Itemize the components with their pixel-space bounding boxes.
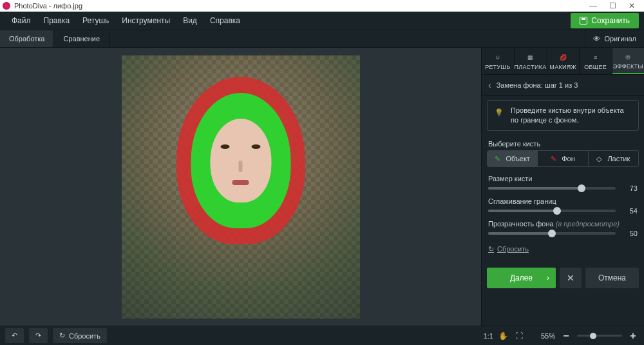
chevron-right-icon: ›: [547, 273, 549, 282]
opacity-value: 50: [622, 230, 638, 237]
brush-icon: ✎: [495, 155, 502, 163]
slider-brush-size: Размер кисти 73: [482, 172, 644, 195]
maximize-button[interactable]: ☐: [603, 1, 622, 10]
focus-icon: ◎: [623, 52, 633, 62]
right-panel: ☺РЕТУШЬ ▦ПЛАСТИКА 💋МАКИЯЖ ≡ОБЩЕЕ ◎ЭФФЕКТ…: [481, 48, 644, 326]
brush-object[interactable]: ✎Объект: [488, 151, 538, 166]
bottom-bar: ↶ ↷ ↻Сбросить 1:1 ✋ ⛶ 55% − +: [0, 326, 644, 345]
zoom-slider[interactable]: [577, 335, 622, 337]
lips-icon: 💋: [558, 52, 568, 63]
brush-icon: ✎: [551, 155, 558, 163]
tooltab-retouch[interactable]: ☺РЕТУШЬ: [482, 48, 515, 74]
menu-help[interactable]: Справка: [204, 16, 247, 25]
menubar: Файл Правка Ретушь Инструменты Вид Справ…: [0, 12, 644, 30]
smoothing-value: 54: [622, 207, 638, 215]
smoothing-slider[interactable]: [488, 210, 616, 212]
panel-reset-link[interactable]: ↻ Сбросить: [482, 240, 644, 259]
cancel-button[interactable]: Отмена: [585, 268, 639, 288]
tool-tabs: ☺РЕТУШЬ ▦ПЛАСТИКА 💋МАКИЯЖ ≡ОБЩЕЕ ◎ЭФФЕКТ…: [482, 48, 644, 75]
menu-edit[interactable]: Правка: [37, 16, 77, 25]
slider-smoothing: Сглаживание границ 54: [482, 195, 644, 217]
app-logo-icon: [3, 2, 10, 10]
slider-label: Сглаживание границ: [488, 197, 638, 205]
original-toggle[interactable]: 👁 Оригинал: [585, 30, 644, 47]
menu-view[interactable]: Вид: [176, 16, 204, 25]
save-button[interactable]: Сохранить: [571, 13, 639, 28]
redo-button[interactable]: ↷: [29, 328, 48, 343]
refresh-icon: ↻: [488, 245, 494, 253]
zoom-out-button[interactable]: −: [560, 330, 572, 342]
lightbulb-icon: 💡: [493, 106, 506, 119]
tab-processing[interactable]: Обработка: [0, 30, 54, 47]
zoom-in-button[interactable]: +: [627, 330, 639, 342]
undo-button[interactable]: ↶: [5, 328, 24, 343]
next-button[interactable]: Далее ›: [487, 268, 556, 288]
hand-tool-icon[interactable]: ✋: [498, 331, 509, 341]
menu-tools[interactable]: Инструменты: [115, 16, 176, 25]
redo-icon: ↷: [35, 331, 41, 340]
view-toolbar: Обработка Сравнение 👁 Оригинал: [0, 30, 644, 48]
slider-opacity: Прозрачность фона (в предпросмотре) 50: [482, 217, 644, 240]
brush-size-value: 73: [622, 184, 638, 192]
brush-background[interactable]: ✎Фон: [538, 151, 588, 166]
minimize-button[interactable]: —: [583, 1, 603, 10]
brush-size-slider[interactable]: [488, 187, 616, 190]
eraser-icon: ◇: [596, 155, 604, 163]
cancel-x-button[interactable]: ✕: [560, 268, 582, 288]
breadcrumb-text: Замена фона: шаг 1 из 3: [497, 81, 578, 89]
tooltab-plastic[interactable]: ▦ПЛАСТИКА: [515, 48, 547, 74]
eye-icon: 👁: [593, 35, 600, 43]
close-button[interactable]: ✕: [622, 1, 641, 10]
window-title: PhotoDiva - лифо.jpg: [14, 2, 583, 10]
tooltab-general[interactable]: ≡ОБЩЕЕ: [580, 48, 612, 74]
portrait-icon: ☺: [493, 52, 503, 63]
refresh-icon: ↻: [59, 331, 65, 340]
face-region: [210, 119, 271, 202]
zoom-value: 55%: [541, 332, 555, 340]
brush-selector: ✎Объект ✎Фон ◇Ластик: [487, 150, 639, 167]
action-row: Далее › ✕ Отмена: [487, 268, 639, 288]
undo-icon: ↶: [12, 331, 17, 340]
main-area: ☺РЕТУШЬ ▦ПЛАСТИКА 💋МАКИЯЖ ≡ОБЩЕЕ ◎ЭФФЕКТ…: [0, 48, 644, 326]
fit-screen-icon[interactable]: ⛶: [514, 331, 524, 341]
tab-compare[interactable]: Сравнение: [54, 30, 109, 47]
menu-retouch[interactable]: Ретушь: [76, 16, 115, 25]
save-icon: [580, 17, 587, 25]
original-label: Оригинал: [604, 35, 636, 43]
menu-file[interactable]: Файл: [5, 16, 37, 25]
grid-icon: ▦: [526, 52, 536, 63]
hint-box: 💡 Проведите кистью внутри объекта по гра…: [487, 100, 639, 131]
tooltab-effects[interactable]: ◎ЭФФЕКТЫ: [612, 48, 645, 74]
hint-text: Проведите кистью внутри объекта по грани…: [511, 106, 633, 125]
slider-label: Размер кисти: [488, 175, 638, 182]
opacity-slider[interactable]: [488, 232, 616, 235]
breadcrumb: ‹ Замена фона: шаг 1 из 3: [482, 75, 644, 96]
slider-label: Прозрачность фона (в предпросмотре): [488, 220, 638, 228]
back-chevron-icon[interactable]: ‹: [488, 80, 491, 90]
image-canvas[interactable]: [122, 55, 360, 319]
canvas-area[interactable]: [0, 48, 481, 326]
titlebar: PhotoDiva - лифо.jpg — ☐ ✕: [0, 0, 644, 12]
brush-eraser[interactable]: ◇Ластик: [589, 151, 638, 166]
panel-body: ‹ Замена фона: шаг 1 из 3 💡 Проведите ки…: [482, 75, 644, 326]
reset-button[interactable]: ↻Сбросить: [53, 328, 107, 343]
tooltab-makeup[interactable]: 💋МАКИЯЖ: [547, 48, 580, 74]
ratio-label[interactable]: 1:1: [484, 332, 493, 340]
save-label: Сохранить: [591, 16, 630, 25]
brush-section-label: Выберите кисть: [482, 135, 644, 150]
sliders-icon: ≡: [591, 52, 601, 63]
